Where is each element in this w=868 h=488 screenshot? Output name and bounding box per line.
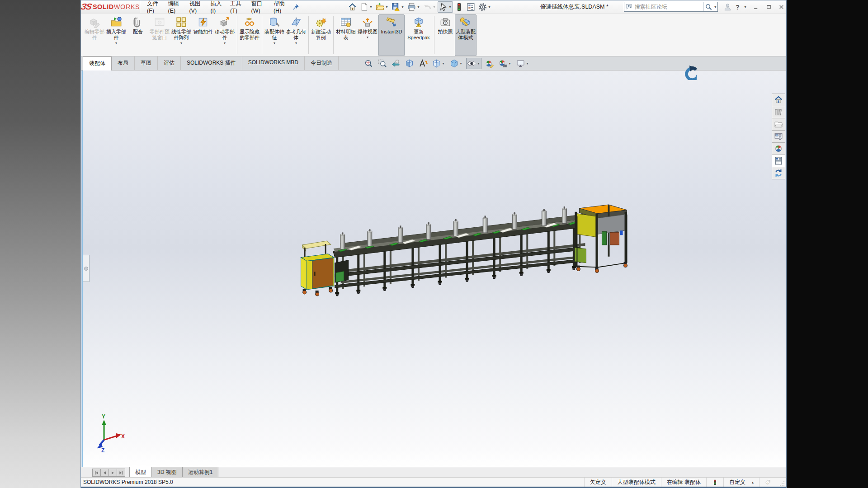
login-user-icon[interactable] — [723, 3, 732, 11]
tab-nav-button-step-back[interactable] — [100, 469, 109, 477]
doc-window-button-doc-minimize[interactable] — [746, 60, 754, 67]
viewport-triad: Y X Z — [97, 413, 125, 454]
resize-grip[interactable] — [779, 480, 785, 487]
window-button-minimize[interactable] — [751, 3, 761, 11]
magnifier-icon — [705, 3, 712, 11]
status-item-definition-state[interactable]: 欠定义 — [584, 478, 612, 487]
command-tab-mbd[interactable]: SOLIDWORKS MBD — [242, 56, 305, 70]
view-tool-edit-appearance[interactable] — [484, 58, 495, 69]
bottom-tab-3d-views[interactable]: 3D 视图 — [151, 467, 183, 477]
help-button[interactable]: ? — [736, 3, 740, 11]
task-pane — [772, 94, 785, 179]
bottom-tab-model[interactable]: 模型 — [129, 467, 152, 477]
bottom-tab-motion-study-1[interactable]: 运动算例1 — [182, 467, 219, 477]
command-manager-ribbon: 编辑零部件 插入零部件 配合 零部件预览窗口 线性零部件阵列 智能扣件 — [81, 14, 786, 56]
tab-nav-button-fast-forward[interactable] — [117, 469, 125, 477]
command-tab-addins[interactable]: SOLIDWORKS 插件 — [181, 56, 242, 70]
ribbon-button-take-snapshot[interactable]: 拍快照 — [436, 14, 455, 56]
pin-icon[interactable] — [292, 2, 300, 11]
view-tool-view-settings[interactable] — [515, 58, 530, 69]
command-tab-evaluate[interactable]: 评估 — [158, 56, 181, 70]
view-tool-display-style[interactable] — [448, 58, 464, 69]
view-tool-previous-view[interactable] — [390, 58, 401, 69]
qat-button-open[interactable] — [374, 1, 390, 13]
qat-button-save[interactable] — [390, 1, 406, 13]
qat-button-interference-check[interactable] — [453, 1, 465, 13]
title-bar: ЗS SOLIDWORKS 文件(F)编辑(E)视图(V)插入(I)工具(T)窗… — [81, 0, 786, 14]
status-item-performance-light[interactable] — [706, 478, 723, 487]
titlebar-right: ? — [723, 3, 786, 11]
ribbon-button-exploded-view[interactable]: 爆炸视图 — [357, 14, 378, 56]
ribbon-button-bill-of-materials[interactable]: 材料明细表 — [335, 14, 357, 56]
task-pane-tab-design-library[interactable] — [772, 106, 785, 118]
qat-button-undo[interactable] — [422, 1, 437, 13]
view-tool-hide-show-annotations[interactable] — [417, 58, 429, 69]
ribbon-button-large-assembly-mode[interactable]: 大型装配体模式 — [455, 14, 476, 56]
ribbon-button-instant3d[interactable]: Instant3D — [378, 14, 405, 56]
view-tool-hide-show-items[interactable] — [466, 58, 481, 69]
view-tool-zoom-to-area[interactable] — [377, 58, 388, 69]
view-rotate-indicator-icon — [682, 66, 697, 80]
window-button-close[interactable] — [776, 3, 786, 11]
ribbon-separator — [237, 16, 237, 54]
ribbon-button-reference-geometry[interactable]: 参考几何体 — [285, 14, 307, 56]
task-pane-tab-file-explorer[interactable] — [772, 118, 785, 131]
status-item-large-assembly-mode[interactable]: 大型装配体模式 — [612, 478, 661, 487]
ribbon-button-smart-fasteners[interactable]: 智能扣件 — [192, 14, 214, 56]
status-right: 欠定义 大型装配体模式 在编辑 装配体 自定义 ▴ — [584, 478, 776, 487]
help-caret[interactable] — [743, 5, 747, 9]
task-pane-tab-appearances-scenes[interactable] — [772, 142, 785, 155]
window-button-maximize[interactable] — [764, 3, 774, 11]
command-tab-sketch[interactable]: 草图 — [135, 56, 158, 70]
community-search — [624, 2, 718, 12]
command-tab-today-mfg[interactable]: 今日制造 — [305, 56, 339, 70]
ribbon-button-edit-component[interactable]: 编辑零部件 — [84, 14, 105, 56]
view-tool-apply-scene[interactable] — [497, 58, 513, 69]
feature-manager-collapse-tab[interactable] — [83, 255, 90, 282]
ribbon-button-update-speedpak[interactable]: 更新 Speedpak — [405, 14, 433, 56]
ribbon-separator — [434, 16, 434, 54]
qat-button-print[interactable] — [406, 1, 421, 13]
task-pane-tab-solidworks-forum[interactable] — [772, 167, 785, 179]
view-tool-view-orientation[interactable] — [431, 58, 446, 69]
qat-button-options[interactable] — [477, 1, 492, 13]
tab-nav-button-step-forward[interactable] — [108, 469, 117, 477]
ribbon-button-show-hidden-components[interactable]: 显示隐藏的零部件 — [239, 14, 260, 56]
view-tool-section-view[interactable] — [404, 58, 415, 69]
search-button[interactable] — [703, 2, 717, 11]
qat-button-new-document[interactable] — [359, 1, 374, 13]
tab-nav-button-rewind[interactable] — [92, 469, 101, 477]
qat-button-select[interactable] — [438, 1, 453, 13]
ribbon-button-linear-pattern[interactable]: 线性零部件阵列 — [170, 14, 192, 56]
status-item-editing-state[interactable]: 在编辑 装配体 — [661, 478, 706, 487]
tab-strip: 装配体布局草图评估SOLIDWORKS 插件SOLIDWORKS MBD今日制造 — [81, 56, 786, 70]
status-item-customize[interactable]: 自定义 ▴ — [723, 478, 759, 487]
ribbon-button-move-component[interactable]: 移动零部件 — [214, 14, 236, 56]
doc-window-button-collapse-pane-left[interactable] — [720, 60, 727, 67]
search-input[interactable] — [634, 3, 703, 10]
command-tab-layout[interactable]: 布局 — [112, 56, 135, 70]
doc-window-button-collapse-pane-right[interactable] — [733, 60, 741, 67]
ribbon-separator — [308, 16, 309, 54]
ds-logo-icon: ЗS — [80, 2, 93, 12]
ribbon-button-component-preview[interactable]: 零部件预览窗口 — [149, 14, 170, 56]
status-bar: SOLIDWORKS Premium 2018 SP5.0 欠定义 大型装配体模… — [81, 477, 786, 488]
tab-nav-buttons — [93, 469, 125, 477]
ribbon-button-new-motion-study[interactable]: 新建运动算例 — [310, 14, 332, 56]
ribbon-button-mate[interactable]: 配合 — [127, 14, 149, 56]
qat-button-home[interactable] — [347, 1, 358, 13]
doc-window-button-doc-close[interactable] — [773, 60, 780, 67]
task-pane-tab-solidworks-resources[interactable] — [772, 94, 785, 106]
ribbon-button-assembly-features[interactable]: 装配体特征 — [264, 14, 285, 56]
command-tab-assembly[interactable]: 装配体 — [83, 56, 112, 70]
status-item-tag[interactable] — [759, 478, 776, 487]
qat-button-options-list[interactable] — [465, 1, 476, 13]
graphics-viewport[interactable]: Y X Z — [81, 70, 786, 467]
doc-window-button-doc-restore[interactable] — [760, 60, 767, 67]
view-tool-zoom-to-fit[interactable] — [363, 58, 374, 69]
desktop-background — [0, 0, 80, 488]
task-pane-tab-custom-properties[interactable] — [772, 155, 785, 167]
ribbon-button-insert-component[interactable]: 插入零部件 — [105, 14, 127, 56]
task-pane-tab-view-palette[interactable] — [772, 130, 785, 143]
ribbon-separator — [333, 16, 334, 54]
